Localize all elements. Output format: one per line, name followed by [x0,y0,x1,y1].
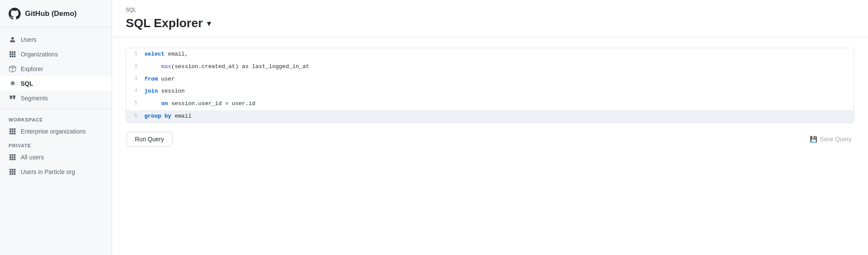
box-icon [9,65,16,73]
nav-divider [0,109,112,109]
sidebar-item-all-users-label: All users [21,154,44,161]
github-icon [9,8,21,20]
line-content-4: join session [142,85,190,98]
page-title-row: SQL Explorer ▾ [126,16,854,37]
sidebar-item-enterprise-orgs-label: Enterprise organizations [21,128,86,135]
save-query-button[interactable]: 💾 Save Query [808,132,853,146]
line-number-6: 6 [126,110,142,122]
asterisk-icon: ✳ [9,80,16,87]
users-particle-grid-icon [9,168,16,176]
main-body: 1 select email, 2 max(session.created_at… [112,37,868,255]
sidebar-item-users[interactable]: Users [0,32,112,47]
sidebar-item-organizations[interactable]: Organizations [0,47,112,62]
save-icon: 💾 [810,136,817,143]
line-number-3: 3 [126,73,142,85]
puzzle-icon [9,94,16,102]
line-number-1: 1 [126,48,142,60]
sidebar-item-enterprise-orgs[interactable]: Enterprise organizations [0,124,112,139]
code-line-4: 4 join session [126,85,854,98]
main-header: SQL SQL Explorer ▾ [112,0,868,37]
code-line-6: 6 group by email [126,110,854,123]
sidebar-item-segments-label: Segments [21,95,48,102]
line-number-5: 5 [126,98,142,109]
sidebar-item-all-users[interactable]: All users [0,150,112,165]
code-line-1: 1 select email, [126,48,854,61]
all-users-grid-icon [9,153,16,161]
sidebar-item-users-particle-label: Users in Particle org [21,168,75,175]
toolbar-row: Run Query 💾 Save Query [126,132,854,146]
sidebar: GitHub (Demo) Users Organizations [0,0,112,255]
sidebar-item-users-label: Users [21,36,37,43]
sidebar-nav: Users Organizations Explorer ✳ SQL [0,27,112,184]
code-line-5: 5 on session.user_id = user.id [126,98,854,110]
title-dropdown-icon[interactable]: ▾ [207,18,211,28]
sidebar-item-explorer-label: Explorer [21,65,43,72]
app-logo: GitHub (Demo) [0,0,112,27]
enterprise-grid-icon [9,128,16,135]
workspace-section-label: WORKSPACE [0,113,112,124]
line-content-2: max(session.created_at) as last_logged_i… [142,61,314,73]
sidebar-item-sql[interactable]: ✳ SQL [0,76,112,91]
grid-icon [9,50,16,58]
sidebar-item-segments[interactable]: Segments [0,91,112,106]
line-number-4: 4 [126,85,142,97]
app-title: GitHub (Demo) [25,9,77,18]
line-content-3: from user [142,73,180,86]
sql-editor[interactable]: 1 select email, 2 max(session.created_at… [126,48,854,123]
save-query-label: Save Query [820,136,852,143]
sidebar-item-sql-label: SQL [21,80,33,87]
breadcrumb: SQL [126,7,854,13]
person-icon [9,36,16,44]
sidebar-item-users-particle[interactable]: Users in Particle org [0,165,112,179]
line-content-5: on session.user_id = user.id [142,98,260,110]
page-title: SQL Explorer [126,16,203,30]
private-section-label: PRIVATE [0,139,112,150]
line-content-1: select email, [142,48,193,61]
sidebar-item-explorer[interactable]: Explorer [0,62,112,76]
main-content: SQL SQL Explorer ▾ 1 select email, 2 max… [112,0,868,255]
code-line-3: 3 from user [126,73,854,86]
line-content-6: group by email [142,110,197,123]
run-query-button[interactable]: Run Query [127,132,172,146]
sidebar-item-organizations-label: Organizations [21,51,58,58]
line-number-2: 2 [126,61,142,72]
code-line-2: 2 max(session.created_at) as last_logged… [126,61,854,73]
